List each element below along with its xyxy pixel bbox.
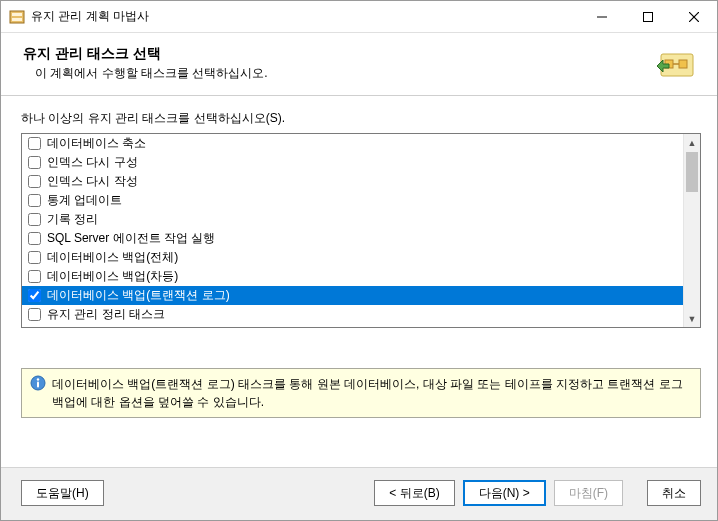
wizard-icon bbox=[653, 45, 701, 85]
task-checkbox[interactable] bbox=[28, 232, 41, 245]
window-title: 유지 관리 계획 마법사 bbox=[31, 8, 579, 25]
task-checkbox[interactable] bbox=[28, 137, 41, 150]
window-controls bbox=[579, 1, 717, 32]
svg-rect-4 bbox=[644, 12, 653, 21]
minimize-button[interactable] bbox=[579, 1, 625, 32]
task-item[interactable]: 데이터베이스 축소 bbox=[22, 134, 683, 153]
svg-rect-2 bbox=[12, 18, 22, 21]
task-item[interactable]: 데이터베이스 백업(트랜잭션 로그) bbox=[22, 286, 683, 305]
scrollbar[interactable]: ▲ ▼ bbox=[683, 134, 700, 327]
maximize-button[interactable] bbox=[625, 1, 671, 32]
task-label: SQL Server 에이전트 작업 실행 bbox=[47, 230, 215, 247]
svg-rect-9 bbox=[679, 60, 687, 68]
task-label: 통계 업데이트 bbox=[47, 192, 122, 209]
help-button[interactable]: 도움말(H) bbox=[21, 480, 104, 506]
wizard-window: 유지 관리 계획 마법사 유지 관리 태스크 선택 이 계획에서 수행할 태스크… bbox=[0, 0, 718, 521]
back-button[interactable]: < 뒤로(B) bbox=[374, 480, 454, 506]
task-item[interactable]: 데이터베이스 백업(차등) bbox=[22, 267, 683, 286]
task-label: 기록 정리 bbox=[47, 211, 98, 228]
task-item[interactable]: 기록 정리 bbox=[22, 210, 683, 229]
scrollbar-thumb[interactable] bbox=[686, 152, 698, 192]
task-label: 데이터베이스 백업(전체) bbox=[47, 249, 178, 266]
task-item[interactable]: SQL Server 에이전트 작업 실행 bbox=[22, 229, 683, 248]
task-label: 인덱스 다시 작성 bbox=[47, 173, 138, 190]
task-item[interactable]: 데이터베이스 백업(전체) bbox=[22, 248, 683, 267]
task-checkbox[interactable] bbox=[28, 270, 41, 283]
header-text: 유지 관리 태스크 선택 이 계획에서 수행할 태스크를 선택하십시오. bbox=[23, 45, 653, 82]
header-subtitle: 이 계획에서 수행할 태스크를 선택하십시오. bbox=[23, 65, 653, 82]
task-list[interactable]: 데이터베이스 축소인덱스 다시 구성인덱스 다시 작성통계 업데이트기록 정리S… bbox=[21, 133, 701, 328]
task-label: 데이터베이스 백업(트랜잭션 로그) bbox=[47, 287, 230, 304]
app-icon bbox=[9, 9, 25, 25]
next-button[interactable]: 다음(N) > bbox=[463, 480, 546, 506]
svg-rect-13 bbox=[37, 382, 39, 388]
task-label: 인덱스 다시 구성 bbox=[47, 154, 138, 171]
scroll-down-icon[interactable]: ▼ bbox=[684, 310, 700, 327]
header-panel: 유지 관리 태스크 선택 이 계획에서 수행할 태스크를 선택하십시오. bbox=[1, 33, 717, 96]
header-title: 유지 관리 태스크 선택 bbox=[23, 45, 653, 63]
button-bar: 도움말(H) < 뒤로(B) 다음(N) > 마침(F) 취소 bbox=[1, 467, 717, 520]
info-text: 데이터베이스 백업(트랜잭션 로그) 태스크를 통해 원본 데이터베이스, 대상… bbox=[52, 375, 692, 411]
info-icon bbox=[30, 375, 46, 391]
task-label: 유지 관리 정리 태스크 bbox=[47, 306, 165, 323]
content-area: 하나 이상의 유지 관리 태스크를 선택하십시오(S). 데이터베이스 축소인덱… bbox=[1, 96, 717, 467]
finish-button: 마침(F) bbox=[554, 480, 623, 506]
task-checkbox[interactable] bbox=[28, 251, 41, 264]
task-list-label: 하나 이상의 유지 관리 태스크를 선택하십시오(S). bbox=[21, 110, 701, 127]
task-checkbox[interactable] bbox=[28, 156, 41, 169]
task-item[interactable]: 유지 관리 정리 태스크 bbox=[22, 305, 683, 324]
close-button[interactable] bbox=[671, 1, 717, 32]
task-label: 데이터베이스 백업(차등) bbox=[47, 268, 178, 285]
task-item[interactable]: 통계 업데이트 bbox=[22, 191, 683, 210]
task-checkbox[interactable] bbox=[28, 175, 41, 188]
task-label: 데이터베이스 축소 bbox=[47, 135, 146, 152]
task-checkbox[interactable] bbox=[28, 213, 41, 226]
task-item[interactable]: 인덱스 다시 작성 bbox=[22, 172, 683, 191]
svg-rect-0 bbox=[10, 11, 24, 23]
svg-point-12 bbox=[37, 378, 39, 380]
cancel-button[interactable]: 취소 bbox=[647, 480, 701, 506]
task-checkbox[interactable] bbox=[28, 308, 41, 321]
titlebar: 유지 관리 계획 마법사 bbox=[1, 1, 717, 33]
task-checkbox[interactable] bbox=[28, 289, 41, 302]
svg-rect-1 bbox=[12, 13, 22, 16]
scroll-up-icon[interactable]: ▲ bbox=[684, 134, 700, 151]
info-panel: 데이터베이스 백업(트랜잭션 로그) 태스크를 통해 원본 데이터베이스, 대상… bbox=[21, 368, 701, 418]
task-item[interactable]: 인덱스 다시 구성 bbox=[22, 153, 683, 172]
task-checkbox[interactable] bbox=[28, 194, 41, 207]
